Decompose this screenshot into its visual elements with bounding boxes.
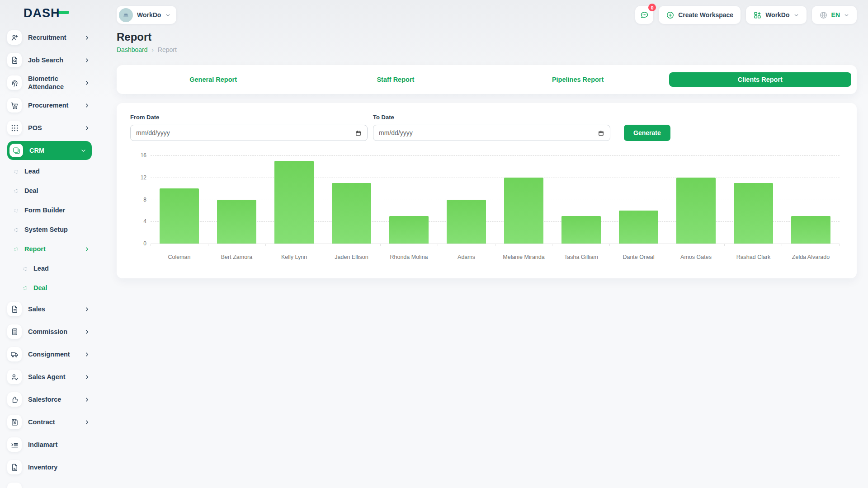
consignment-icon — [7, 347, 22, 361]
sidebar-item-crm[interactable]: CRM — [7, 141, 92, 160]
building-icon — [122, 11, 130, 19]
from-date-input[interactable] — [136, 129, 355, 136]
x-axis-label: Amos Gates — [667, 254, 725, 260]
bar-rhonda-molina[interactable] — [389, 216, 428, 244]
sidebar-item-consignment[interactable]: Consignment — [7, 343, 92, 366]
y-axis-tick-label: 0 — [130, 240, 146, 247]
sidebar-item-deal[interactable]: Deal — [7, 278, 92, 298]
create-workspace-label: Create Workspace — [678, 11, 733, 19]
bullet-icon — [24, 286, 27, 290]
bar-jaden-ellison[interactable] — [332, 183, 371, 244]
breadcrumb-dashboard-link[interactable]: Dashboard — [117, 46, 148, 53]
grid-plus-icon — [753, 11, 762, 19]
bar-slot — [265, 155, 323, 244]
language-selector[interactable]: EN — [812, 6, 857, 24]
tab-general-report[interactable]: General Report — [122, 72, 304, 87]
sidebar-item-deal[interactable]: Deal — [7, 181, 92, 201]
sidebar-item-inventory[interactable]: Inventory — [7, 456, 92, 479]
sidebar-item-indiamart[interactable]: Indiamart — [7, 433, 92, 456]
sidebar-item-label: Contract — [28, 418, 84, 426]
chevron-right-icon — [84, 419, 92, 425]
bar-amos-gates[interactable] — [676, 178, 715, 244]
chevron-right-icon — [84, 352, 92, 357]
to-date-field: To Date — [373, 114, 610, 141]
axis-tick — [495, 244, 553, 246]
bar-slot — [610, 155, 667, 244]
clients-report-chart: 0481216ColemanBert ZamoraKelly LynnJaden… — [130, 151, 843, 264]
chevron-down-icon — [165, 12, 171, 18]
bullet-icon — [14, 170, 18, 174]
sidebar-item-system-setup[interactable]: System Setup — [7, 220, 92, 239]
workdo-menu-label: WorkDo — [765, 11, 789, 19]
calendar-icon[interactable] — [355, 130, 362, 136]
calendar-icon[interactable] — [598, 130, 604, 136]
workspace-selector[interactable]: WorkDo — [117, 6, 176, 24]
tab-clients-report[interactable]: Clients Report — [669, 72, 851, 87]
chevron-down-icon — [793, 12, 799, 18]
sidebar-item-label: Deal — [24, 187, 92, 195]
bar-dante-oneal[interactable] — [619, 211, 658, 244]
generate-button[interactable]: Generate — [624, 125, 670, 141]
topbar: WorkDo 0 Create Workspace WorkDo — [117, 0, 857, 25]
indiamart-icon — [7, 437, 22, 452]
bar-bert-zamora[interactable] — [217, 200, 256, 244]
bar-slot — [495, 155, 552, 244]
sidebar-item-cut-off — [7, 479, 92, 488]
axis-tick — [323, 244, 381, 246]
axis-tick — [782, 244, 840, 246]
sidebar-item-procurement[interactable]: Procurement — [7, 94, 92, 117]
app-logo[interactable]: DASH — [0, 0, 97, 26]
sidebar-item-biometric-attendance[interactable]: Biometric Attendance — [7, 71, 92, 94]
bar-adams[interactable] — [447, 200, 486, 244]
sidebar-item-label: System Setup — [24, 225, 92, 234]
sidebar-item-label: CRM — [29, 146, 80, 155]
tab-staff-report[interactable]: Staff Report — [304, 72, 486, 87]
salesforce-icon — [7, 392, 22, 407]
procurement-icon — [7, 98, 22, 113]
chevron-right-icon — [84, 103, 92, 108]
sidebar: DASH RecruitmentJob SearchBiometric Atte… — [0, 0, 97, 488]
messages-button[interactable]: 0 — [635, 6, 653, 24]
bar-slot — [725, 155, 782, 244]
sidebar-item-sales[interactable]: Sales — [7, 298, 92, 320]
bar-coleman[interactable] — [160, 188, 198, 244]
x-axis-label: Rhonda Molina — [380, 254, 438, 260]
create-workspace-button[interactable]: Create Workspace — [659, 6, 741, 24]
sidebar-item-label: Deal — [33, 284, 92, 292]
y-axis-tick-label: 8 — [130, 197, 146, 203]
sidebar-item-sales-agent[interactable]: Sales Agent — [7, 366, 92, 388]
to-date-input[interactable] — [379, 129, 598, 136]
from-date-input-wrap — [130, 125, 368, 141]
chevron-right-icon — [84, 329, 92, 335]
y-axis-tick-label: 4 — [130, 218, 146, 225]
report-tabs: General ReportStaff ReportPipelines Repo… — [117, 65, 857, 94]
tab-pipelines-report[interactable]: Pipelines Report — [487, 72, 669, 87]
axis-tick — [552, 244, 610, 246]
bar-rashad-clark[interactable] — [734, 183, 773, 244]
sidebar-item-label: Sales Agent — [28, 373, 84, 381]
bar-tasha-gilliam[interactable] — [561, 216, 600, 244]
bar-melanie-miranda[interactable] — [504, 178, 543, 244]
sidebar-item-pos[interactable]: POS — [7, 117, 92, 139]
sidebar-item-report[interactable]: Report — [7, 239, 92, 259]
breadcrumb: Dashboard › Report — [117, 46, 857, 53]
sidebar-item-commission[interactable]: Commission — [7, 320, 92, 343]
bar-zelda-alvarado[interactable] — [791, 216, 830, 244]
sidebar-item-label: POS — [28, 124, 84, 132]
job-search-icon — [7, 53, 22, 67]
bar-kelly-lynn[interactable] — [274, 161, 313, 244]
from-date-field: From Date — [130, 114, 368, 141]
plus-circle-icon — [666, 11, 675, 19]
sidebar-item-label: Consignment — [28, 350, 84, 358]
to-date-label: To Date — [373, 114, 610, 121]
sidebar-item-contract[interactable]: Contract — [7, 411, 92, 433]
bar-slot — [438, 155, 495, 244]
sidebar-item-lead[interactable]: Lead — [7, 162, 92, 181]
sidebar-item-salesforce[interactable]: Salesforce — [7, 388, 92, 411]
report-filter-card: From Date To Date Generate — [117, 103, 857, 278]
workdo-menu-button[interactable]: WorkDo — [746, 6, 806, 24]
sidebar-item-recruitment[interactable]: Recruitment — [7, 26, 92, 49]
sidebar-item-job-search[interactable]: Job Search — [7, 49, 92, 71]
sidebar-item-lead[interactable]: Lead — [7, 259, 92, 278]
sidebar-item-form-builder[interactable]: Form Builder — [7, 201, 92, 220]
